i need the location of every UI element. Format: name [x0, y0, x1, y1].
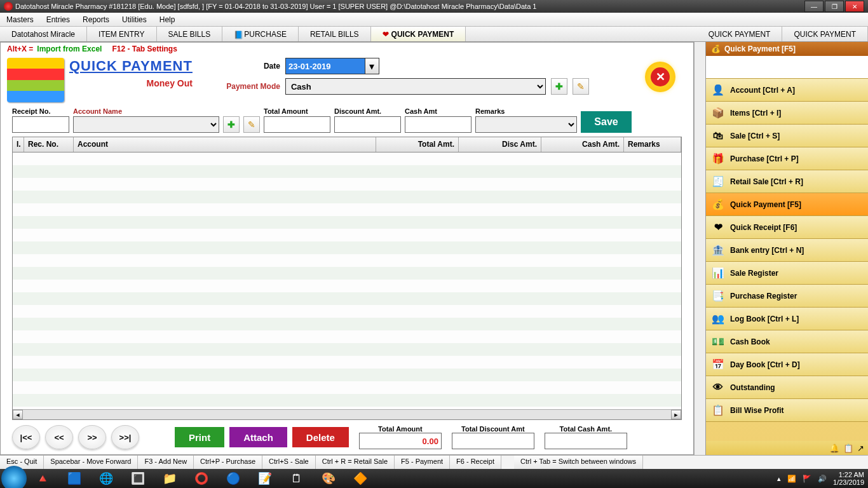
col-cash-amt[interactable]: Cash Amt.	[541, 137, 624, 152]
date-input[interactable]	[285, 58, 365, 74]
taskbar-paint-icon[interactable]: 🎨	[313, 470, 344, 487]
add-account-button[interactable]: ✚	[223, 116, 240, 133]
col-rec-no[interactable]: Rec. No.	[24, 137, 74, 152]
horizontal-scrollbar[interactable]: ◄ ►	[13, 409, 681, 419]
side-item-4[interactable]: 🧾Retail Sale [Ctrl + R]	[706, 170, 868, 193]
nav-prev-button[interactable]: <<	[45, 425, 73, 449]
side-item-5[interactable]: 💰Quick Payment [F5]	[706, 193, 868, 216]
side-item-0[interactable]: 👤Account [Ctrl + A]	[706, 79, 868, 102]
menu-help[interactable]: Help	[153, 15, 182, 24]
taskbar-opera-icon[interactable]: ⭕	[186, 470, 217, 487]
tray-network-icon[interactable]: 📶	[787, 475, 796, 483]
shortcut-f6[interactable]: F6 - Receipt	[450, 456, 501, 469]
start-button[interactable]	[1, 466, 27, 488]
side-item-3[interactable]: 🎁Purchase [Ctrl + P]	[706, 147, 868, 170]
tab-purchase[interactable]: 📘PURCHASE	[222, 27, 299, 41]
edit-account-button[interactable]: ✎	[243, 116, 260, 133]
taskbar-notes-icon[interactable]: 🗒	[281, 470, 312, 487]
tab-retail-bills[interactable]: RETAIL BILLS	[299, 27, 371, 41]
attach-button[interactable]: Attach	[229, 427, 287, 447]
taskbar-word-icon[interactable]: 📝	[250, 470, 280, 487]
col-account[interactable]: Account	[74, 137, 376, 152]
tray-clock[interactable]: 1:22 AM 1/23/2019	[833, 471, 864, 486]
col-remarks[interactable]: Remarks	[624, 137, 681, 152]
remarks-select[interactable]	[475, 116, 577, 133]
tab-home[interactable]: Datotahost Miracle	[0, 27, 87, 41]
print-button[interactable]: Print	[175, 427, 224, 447]
receipt-no-input[interactable]	[12, 116, 69, 133]
total-amount-input[interactable]	[264, 116, 330, 133]
scroll-right-arrow[interactable]: ►	[671, 410, 681, 419]
taskbar-miracle-icon[interactable]: 🔶	[345, 470, 376, 487]
shortcut-ctrls[interactable]: Ctrl+S - Sale	[262, 456, 316, 469]
side-item-14[interactable]: 📋Bill Wise Profit	[706, 399, 868, 422]
tray-flag-icon[interactable]: 🚩	[803, 475, 811, 483]
discount-amt-input[interactable]	[334, 116, 401, 133]
side-item-1[interactable]: 📦Items [Ctrl + I]	[706, 102, 868, 125]
side-item-9[interactable]: 📑Purchase Register	[706, 285, 868, 308]
tab-quick-payment-3[interactable]: QUICK PAYMENT	[782, 27, 868, 41]
date-dropdown-button[interactable]: ▾	[365, 58, 379, 74]
side-item-2[interactable]: 🛍Sale [Ctrl + S]	[706, 125, 868, 147]
tray-volume-icon[interactable]: 🔊	[818, 475, 827, 483]
expand-icon[interactable]: ↗	[857, 444, 864, 453]
tab-quick-payment-2[interactable]: QUICK PAYMENT	[697, 27, 783, 41]
taskbar-explorer-icon[interactable]: 📁	[154, 470, 185, 487]
side-search-area[interactable]	[706, 56, 868, 79]
cash-amt-input[interactable]	[405, 116, 471, 133]
system-tray[interactable]: ▴ 📶 🚩 🔊 1:22 AM 1/23/2019	[777, 471, 868, 486]
shortcut-space[interactable]: Spacebar - Move Forward	[44, 456, 138, 469]
pin-icon[interactable]: 🔔	[829, 444, 839, 453]
vertical-scrollbar[interactable]	[694, 42, 705, 455]
tab-quick-payment-active[interactable]: ❤QUICK PAYMENT	[371, 27, 466, 41]
taskbar-app1-icon[interactable]: 🟦	[59, 470, 90, 487]
col-total-amt[interactable]: Total Amt.	[376, 137, 459, 152]
shortcut-bar: Esc - Quit Spacebar - Move Forward F3 - …	[0, 455, 868, 469]
delete-button[interactable]: Delete	[292, 427, 349, 447]
grid-body[interactable]	[13, 152, 681, 409]
minimize-button[interactable]: —	[804, 1, 824, 12]
edit-payment-mode-button[interactable]: ✎	[573, 78, 589, 95]
add-payment-mode-button[interactable]: ✚	[551, 78, 567, 95]
entry-row: Receipt No. Account Name ✚ ✎ Total Amoun…	[1, 107, 693, 137]
menu-utilities[interactable]: Utilities	[116, 15, 153, 24]
taskbar-app2-icon[interactable]: 🔳	[123, 470, 153, 487]
account-name-select[interactable]	[73, 116, 219, 133]
menu-masters[interactable]: Masters	[0, 15, 40, 24]
side-item-10[interactable]: 👥Log Book [Ctrl + L]	[706, 308, 868, 330]
side-item-12[interactable]: 📅Day Book [Ctrl + D]	[706, 353, 868, 376]
tab-sale-bills[interactable]: SALE BILLS	[157, 27, 223, 41]
tab-item-entry[interactable]: ITEM ENTRY	[87, 27, 156, 41]
shortcut-ctrlp[interactable]: Ctrl+P - Purchase	[194, 456, 262, 469]
copy-icon[interactable]: 📋	[843, 444, 853, 453]
nav-first-button[interactable]: |<<	[12, 425, 40, 449]
menu-entries[interactable]: Entries	[40, 15, 76, 24]
import-link[interactable]: Import from Excel	[37, 44, 102, 53]
taskbar-ie-icon[interactable]: 🌐	[91, 470, 121, 487]
side-item-11[interactable]: 💵Cash Book	[706, 330, 868, 353]
shortcut-esc[interactable]: Esc - Quit	[0, 456, 44, 469]
taskbar-vlc-icon[interactable]: 🔺	[27, 470, 58, 487]
close-button[interactable]: ✕	[845, 1, 864, 12]
maximize-button[interactable]: ❐	[825, 1, 844, 12]
side-item-13[interactable]: 👁Outstanding	[706, 376, 868, 399]
menu-reports[interactable]: Reports	[76, 15, 116, 24]
nav-last-button[interactable]: >>|	[111, 425, 139, 449]
side-item-8[interactable]: 📊Sale Register	[706, 262, 868, 285]
shortcut-f5[interactable]: F5 - Payment	[395, 456, 450, 469]
shortcut-ctrltab[interactable]: Ctrl + Tab = Switch between windows	[514, 456, 643, 469]
save-button[interactable]: Save	[581, 111, 632, 133]
col-disc-amt[interactable]: Disc Amt.	[459, 137, 541, 152]
col-index[interactable]: I.	[13, 137, 24, 152]
scroll-left-arrow[interactable]: ◄	[13, 410, 23, 419]
shortcut-ctrlr[interactable]: Ctrl + R = Retail Sale	[316, 456, 395, 469]
nav-next-button[interactable]: >>	[78, 425, 106, 449]
payment-mode-select[interactable]: Cash	[285, 78, 546, 95]
taskbar-chrome-icon[interactable]: 🔵	[218, 470, 248, 487]
side-item-6[interactable]: ❤Quick Receipt [F6]	[706, 216, 868, 239]
f12-label[interactable]: F12 - Tab Settings	[112, 44, 177, 53]
shortcut-f3[interactable]: F3 - Add New	[138, 456, 194, 469]
side-item-7[interactable]: 🏦Bank entry [Ctrl + N]	[706, 239, 868, 262]
close-form-button[interactable]: ✕	[645, 62, 675, 92]
tray-arrow-icon[interactable]: ▴	[777, 475, 781, 483]
